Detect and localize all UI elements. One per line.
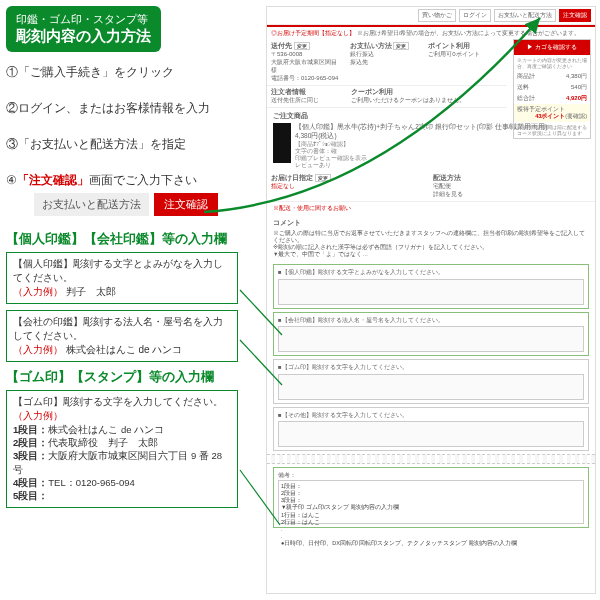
header-big: 彫刻内容の入力方法 [16, 27, 151, 44]
mock-checkout-screenshot: 買い物かご ログイン お支払いと配送方法 注文確認 ◎お届け予定期間【指定なし】… [266, 6, 596, 594]
change-button[interactable]: 変更 [294, 42, 310, 50]
mock-remarks-box: 備考： 1段目： 2段目： 3段目： ▼親子印 ゴム印/スタンプ 彫刻内容の入力… [273, 467, 589, 528]
confirm-cart-button[interactable]: ▶ カゴを確認する [514, 40, 590, 55]
box-personal-seal: 【個人印鑑】彫刻する文字とよみがなを入力してください。 （入力例） 判子 太郎 [6, 252, 238, 304]
wavy-divider [267, 454, 595, 464]
textarea[interactable]: 1段目： 2段目： 3段目： ▼親子印 ゴム印/スタンプ 彫刻内容の入力欄 1行… [278, 480, 584, 524]
header-small: 印鑑・ゴム印・スタンプ等 [16, 12, 151, 26]
box-company-seal: 【会社の印鑑】彫刻する法人名・屋号名を入力してください。 （入力例） 株式会社は… [6, 310, 238, 362]
crumb-payment: お支払いと配送方法 [494, 9, 556, 22]
mock-input-company: ■【会社印鑑】彫刻する法人名・屋号名を入力してください。 [273, 312, 589, 356]
mock-input-personal: ■【個人印鑑】彫刻する文字とよみがなを入力してください。 [273, 264, 589, 308]
crumb-cart: 買い物かご [418, 9, 456, 22]
order-summary-box: ▶ カゴを確認する ※カートの内容が変更された場合、再度ご確認ください 商品計4… [513, 39, 591, 139]
header-badge: 印鑑・ゴム印・スタンプ等 彫刻内容の入力方法 [6, 6, 161, 52]
crumb-confirm: 注文確認 [559, 9, 591, 22]
tab-payment: お支払いと配送方法 [34, 193, 149, 216]
text-input[interactable] [278, 421, 584, 447]
text-input[interactable] [278, 374, 584, 400]
tab-confirm: 注文確認 [154, 193, 218, 216]
crumb-login: ログイン [459, 9, 491, 22]
text-input[interactable] [278, 326, 584, 352]
box-rubber-stamp: 【ゴム印】彫刻する文字を入力してください。 （入力例） 1段目：株式会社はんこ … [6, 390, 238, 508]
product-thumb [273, 123, 291, 163]
change-button[interactable]: 変更 [315, 174, 331, 182]
text-input[interactable] [278, 279, 584, 305]
change-button[interactable]: 変更 [393, 42, 409, 50]
mock-breadcrumb: 買い物かご ログイン お支払いと配送方法 注文確認 [267, 7, 595, 25]
